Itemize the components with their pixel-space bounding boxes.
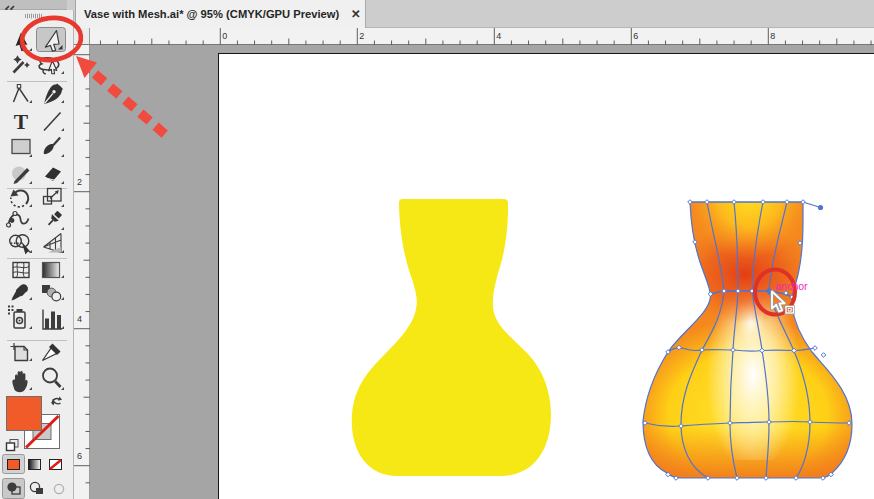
svg-text:6: 6 bbox=[77, 451, 82, 461]
svg-text:T: T bbox=[14, 110, 29, 134]
svg-text:0: 0 bbox=[222, 31, 227, 41]
svg-text:8: 8 bbox=[770, 31, 775, 41]
svg-text:4: 4 bbox=[496, 31, 501, 41]
svg-text:4: 4 bbox=[77, 314, 82, 324]
svg-text:2: 2 bbox=[77, 177, 82, 187]
svg-text:2: 2 bbox=[359, 31, 364, 41]
svg-text:6: 6 bbox=[633, 31, 638, 41]
